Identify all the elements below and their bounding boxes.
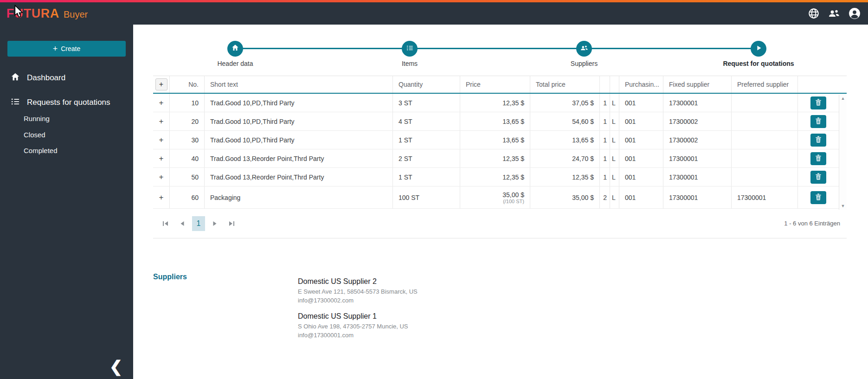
- cell-total-price: 12,35 $: [530, 168, 600, 186]
- cell-total-price: 37,05 $: [530, 94, 600, 112]
- sidebar-collapse-button[interactable]: ❮: [106, 355, 126, 378]
- cell-quantity: 3 ST: [393, 94, 460, 112]
- cell-n1: 1: [600, 168, 610, 186]
- delete-row-button[interactable]: [810, 115, 826, 128]
- current-page-indicator[interactable]: 1: [192, 216, 205, 231]
- cell-price: 13,65 $: [502, 118, 524, 125]
- sidebar-item-running[interactable]: Running: [0, 112, 133, 124]
- expand-row-button[interactable]: +: [159, 154, 164, 163]
- sidebar-item-completed[interactable]: Completed: [0, 144, 133, 156]
- cell-quantity: 4 ST: [393, 112, 460, 130]
- cell-total-price: 54,60 $: [530, 112, 600, 130]
- list-icon: [406, 44, 414, 54]
- column-header-price: Price: [460, 76, 530, 93]
- next-page-button[interactable]: [208, 217, 222, 231]
- delete-row-button[interactable]: [810, 191, 826, 204]
- cell-quantity: 1 ST: [393, 168, 460, 186]
- expand-row-button[interactable]: +: [159, 193, 164, 202]
- globe-icon[interactable]: [808, 7, 820, 19]
- delete-row-button[interactable]: [810, 96, 826, 109]
- sidebar-item-label: Requests for quotations: [27, 98, 110, 107]
- home-icon: [231, 44, 239, 54]
- table-row: + 30 Trad.Good 10,PD,Third Party 1 ST 13…: [153, 131, 847, 149]
- stepper-step-suppliers: Suppliers: [538, 41, 630, 67]
- delete-row-button[interactable]: [810, 171, 826, 184]
- cell-short-text: Trad.Good 10,PD,Third Party: [205, 131, 393, 149]
- step-items-button[interactable]: [402, 41, 418, 57]
- previous-page-button[interactable]: [175, 217, 189, 231]
- first-page-button[interactable]: [159, 217, 173, 231]
- play-icon: [755, 45, 762, 53]
- stepper-step-items: Items: [363, 41, 456, 67]
- step-label: Suppliers: [538, 60, 630, 67]
- cell-preferred-supplier: [732, 112, 798, 130]
- table-row: + 50 Trad.Good 13,Reorder Point,Thrd Par…: [153, 168, 847, 186]
- expand-row-button[interactable]: +: [159, 135, 164, 145]
- cell-total-price: 13,65 $: [530, 131, 600, 149]
- table-vertical-scrollbar[interactable]: ▲ ▼: [839, 95, 847, 210]
- create-button[interactable]: + Create: [7, 41, 126, 57]
- expand-all-button[interactable]: +: [155, 78, 167, 90]
- mouse-cursor: [13, 5, 25, 20]
- trash-icon: [815, 136, 822, 144]
- cell-n2: L: [610, 168, 619, 186]
- cell-preferred-supplier: 17300001: [732, 186, 798, 208]
- trash-icon: [815, 154, 822, 163]
- users-icon[interactable]: [828, 7, 841, 19]
- cell-no: 60: [170, 186, 205, 208]
- column-header-fixed-supplier: Fixed supplier: [663, 76, 732, 93]
- cell-short-text: Trad.Good 10,PD,Third Party: [205, 112, 393, 130]
- step-label: Request for quotations: [712, 60, 805, 67]
- cell-purchasing: 001: [619, 168, 663, 186]
- cell-short-text: Trad.Good 13,Reorder Point,Thrd Party: [205, 168, 393, 186]
- sidebar-item-label: Dashboard: [27, 73, 65, 83]
- cell-total-price: 35,00 $: [530, 186, 600, 208]
- expand-row-button[interactable]: +: [159, 173, 164, 182]
- home-icon: [10, 72, 20, 84]
- step-label: Items: [363, 60, 456, 67]
- account-icon[interactable]: [849, 7, 861, 19]
- step-request-for-quotations-button[interactable]: [751, 41, 766, 57]
- expand-row-button[interactable]: +: [159, 98, 164, 108]
- cell-price: 12,35 $: [502, 155, 524, 162]
- column-header-short-text: Short text: [205, 76, 393, 93]
- trash-icon: [815, 117, 822, 126]
- cell-quantity: 1 ST: [393, 131, 460, 149]
- expand-row-button[interactable]: +: [159, 117, 164, 126]
- users-icon: [580, 44, 589, 54]
- step-suppliers-button[interactable]: [576, 41, 592, 57]
- column-header-n1: [600, 76, 610, 93]
- delete-row-button[interactable]: [810, 134, 826, 147]
- cell-n2: L: [610, 112, 619, 130]
- delete-row-button[interactable]: [810, 152, 826, 165]
- chevron-left-icon: ❮: [109, 357, 123, 376]
- table-row: + 40 Trad.Good 13,Reorder Point,Thrd Par…: [153, 149, 847, 168]
- cell-price: 13,65 $: [502, 136, 524, 144]
- table-header-row: + No. Short text Quantity Price Total pr…: [153, 76, 847, 94]
- supplier-address: E Sweet Ave 121, 58504-5573 Bismarck, US: [298, 287, 418, 296]
- sidebar-subitem-label: Closed: [24, 131, 45, 139]
- column-header-preferred-supplier: Preferred supplier: [732, 76, 798, 93]
- scroll-up-icon[interactable]: ▲: [841, 96, 845, 101]
- scroll-down-icon[interactable]: ▼: [841, 204, 845, 208]
- trash-icon: [815, 193, 822, 202]
- sidebar-item-dashboard[interactable]: Dashboard: [0, 71, 133, 85]
- create-button-label: Create: [61, 45, 80, 52]
- sidebar-item-closed[interactable]: Closed: [0, 128, 133, 141]
- cell-short-text: Trad.Good 10,PD,Third Party: [205, 94, 393, 112]
- sidebar-item-requests-for-quotations[interactable]: Requests for quotations: [0, 95, 133, 110]
- column-header-quantity: Quantity: [393, 76, 460, 93]
- cell-fixed-supplier: 17300001: [663, 149, 732, 167]
- step-label: Header data: [189, 60, 282, 67]
- last-page-button[interactable]: [225, 217, 238, 231]
- column-header-purchasing: Purchasin...: [619, 76, 663, 93]
- table-row: + 10 Trad.Good 10,PD,Third Party 3 ST 12…: [153, 94, 847, 112]
- cell-preferred-supplier: [732, 149, 798, 167]
- cell-short-text: Packaging: [205, 186, 393, 208]
- table-row: + 20 Trad.Good 10,PD,Third Party 4 ST 13…: [153, 112, 847, 131]
- cell-no: 40: [170, 149, 205, 167]
- pagination-bar: 1 1 - 6 von 6 Einträgen: [153, 209, 847, 238]
- cell-preferred-supplier: [732, 168, 798, 186]
- step-header-data-button[interactable]: [227, 41, 243, 57]
- suppliers-list: Domestic US Supplier 2 E Sweet Ave 121, …: [298, 277, 418, 340]
